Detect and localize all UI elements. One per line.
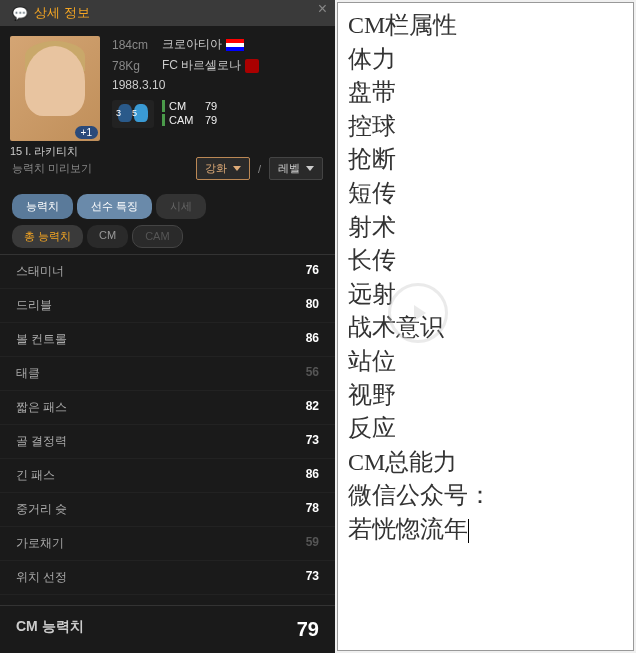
text-editor-panel: CM栏属性体力盘带控球抢断短传射术长传远射战术意识站位视野反应CM总能力微信公众… (335, 0, 636, 653)
stat-value: 82 (306, 399, 319, 416)
stat-name: 스태미너 (16, 263, 64, 280)
enhance-badge: +1 (75, 126, 98, 139)
player-info-section: +1 15 I. 라키티치 184cm 크로아티아 78Kg FC 바르셀로나 (0, 26, 335, 151)
foot-preference: 3 5 (112, 100, 154, 128)
text-line: CM总能力 (348, 446, 623, 480)
birthdate-value: 1988.3.10 (112, 78, 165, 92)
position-list: CM 79 CAM 79 (162, 100, 217, 128)
chevron-down-icon (233, 166, 241, 171)
text-line: 视野 (348, 379, 623, 413)
stat-row: 긴 패스86 (0, 459, 335, 493)
stat-row: 시야88 (0, 595, 335, 605)
stat-name: 긴 패스 (16, 467, 55, 484)
weight-value: 78Kg (112, 59, 162, 73)
enhance-dropdown[interactable]: 강화 (196, 157, 250, 180)
chevron-down-icon (306, 166, 314, 171)
play-watermark-icon (388, 283, 448, 343)
text-line: 短传 (348, 177, 623, 211)
preview-label: 능력치 미리보기 (12, 161, 92, 176)
stat-value: 86 (306, 331, 319, 348)
stat-value: 73 (306, 433, 319, 450)
text-line: 抢断 (348, 143, 623, 177)
stat-name: 태클 (16, 365, 40, 382)
stat-row: 골 결정력73 (0, 425, 335, 459)
subtab-total[interactable]: 총 능력치 (12, 225, 83, 248)
stat-value: 76 (306, 263, 319, 280)
stat-name: 중거리 슛 (16, 501, 67, 518)
stat-value: 86 (306, 467, 319, 484)
text-line: 盘带 (348, 76, 623, 110)
stat-row: 짧은 패스82 (0, 391, 335, 425)
panel-header: 💬 상세 정보 × (0, 0, 335, 26)
stat-value: 80 (306, 297, 319, 314)
stat-value: 73 (306, 569, 319, 586)
player-details: 184cm 크로아티아 78Kg FC 바르셀로나 1988.3.10 (112, 36, 259, 141)
stat-value: 59 (306, 535, 319, 552)
stat-name: 골 결정력 (16, 433, 67, 450)
stat-name: 가로채기 (16, 535, 64, 552)
stat-name: 짧은 패스 (16, 399, 67, 416)
subtab-cm[interactable]: CM (87, 225, 128, 248)
close-icon[interactable]: × (318, 0, 327, 18)
text-cursor (468, 519, 469, 543)
stat-value: 56 (306, 365, 319, 382)
club-value: FC 바르셀로나 (162, 57, 241, 74)
stat-row: 스태미너76 (0, 255, 335, 289)
stat-row: 중거리 슛78 (0, 493, 335, 527)
text-line: 长传 (348, 244, 623, 278)
total-label: CM 능력치 (16, 618, 84, 641)
chat-icon: 💬 (12, 6, 28, 21)
stat-name: 볼 컨트롤 (16, 331, 67, 348)
header-title: 상세 정보 (34, 4, 90, 22)
stat-row: 드리블80 (0, 289, 335, 323)
stat-row: 가로채기59 (0, 527, 335, 561)
text-line: 站位 (348, 345, 623, 379)
tab-ability[interactable]: 능력치 (12, 194, 73, 219)
stat-row: 볼 컨트롤86 (0, 323, 335, 357)
text-editor[interactable]: CM栏属性体力盘带控球抢断短传射术长传远射战术意识站位视野反应CM总能力微信公众… (337, 2, 634, 651)
player-photo: +1 (10, 36, 100, 141)
height-value: 184cm (112, 38, 162, 52)
stats-list[interactable]: 스태미너76드리블80볼 컨트롤86태클56짧은 패스82골 결정력73긴 패스… (0, 255, 335, 605)
nationality-value: 크로아티아 (162, 36, 222, 53)
flag-icon (226, 39, 244, 51)
stat-row: 태클56 (0, 357, 335, 391)
level-dropdown[interactable]: 레벨 (269, 157, 323, 180)
stat-name: 드리블 (16, 297, 52, 314)
stat-name: 위치 선정 (16, 569, 67, 586)
stat-row: 위치 선정73 (0, 561, 335, 595)
text-line: 控球 (348, 110, 623, 144)
subtab-cam[interactable]: CAM (132, 225, 182, 248)
player-number-name: 15 I. 라키티치 (10, 144, 78, 159)
text-line: 微信公众号： (348, 479, 623, 513)
club-badge-icon (245, 59, 259, 73)
player-detail-panel: 💬 상세 정보 × +1 15 I. 라키티치 184cm 크로아티아 (0, 0, 335, 653)
text-line: 反应 (348, 412, 623, 446)
text-line: 射术 (348, 211, 623, 245)
tab-market[interactable]: 시세 (156, 194, 206, 219)
sub-tabs: 총 능력치 CM CAM (0, 219, 335, 255)
tab-traits[interactable]: 선수 특징 (77, 194, 152, 219)
main-tabs: 능력치 선수 특징 시세 (0, 186, 335, 219)
total-ability-row: CM 능력치 79 (0, 605, 335, 653)
text-line: 体力 (348, 43, 623, 77)
text-line: CM栏属性 (348, 9, 623, 43)
total-value: 79 (297, 618, 319, 641)
stat-value: 78 (306, 501, 319, 518)
text-line: 若恍惚流年 (348, 513, 623, 547)
